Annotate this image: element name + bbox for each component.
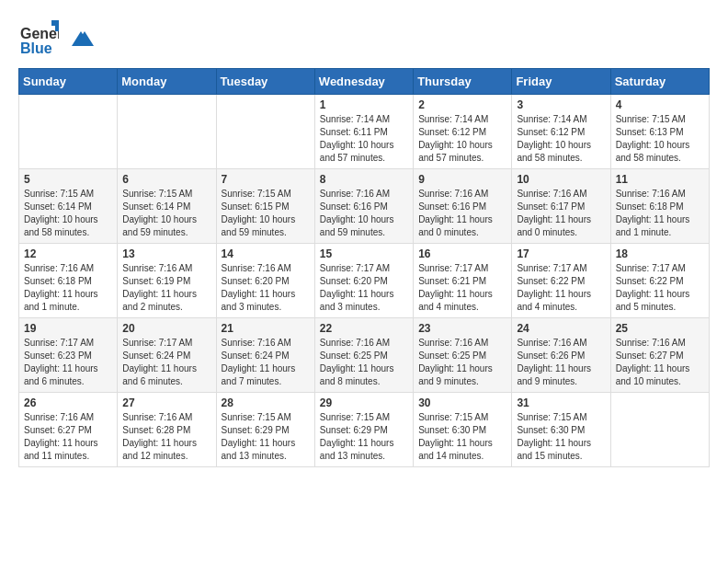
day-info: Sunrise: 7:17 AM Sunset: 6:22 PM Dayligh… [517, 262, 605, 314]
day-number: 30 [418, 396, 506, 409]
day-info: Sunrise: 7:15 AM Sunset: 6:29 PM Dayligh… [320, 411, 408, 463]
day-info: Sunrise: 7:16 AM Sunset: 6:17 PM Dayligh… [517, 188, 605, 239]
day-info: Sunrise: 7:16 AM Sunset: 6:16 PM Dayligh… [418, 188, 506, 239]
calendar-day-cell: 30Sunrise: 7:15 AM Sunset: 6:30 PM Dayli… [414, 393, 512, 467]
day-info: Sunrise: 7:16 AM Sunset: 6:18 PM Dayligh… [24, 262, 112, 314]
header-saturday: Saturday [610, 69, 709, 95]
day-number: 29 [320, 396, 408, 409]
day-info: Sunrise: 7:16 AM Sunset: 6:25 PM Dayligh… [320, 337, 408, 388]
day-info: Sunrise: 7:16 AM Sunset: 6:26 PM Dayligh… [517, 337, 605, 388]
svg-marker-2 [51, 20, 59, 26]
day-info: Sunrise: 7:17 AM Sunset: 6:24 PM Dayligh… [122, 337, 210, 388]
calendar-day-cell: 14Sunrise: 7:16 AM Sunset: 6:20 PM Dayli… [216, 244, 314, 318]
day-number: 1 [320, 98, 408, 111]
calendar-day-cell: 8Sunrise: 7:16 AM Sunset: 6:16 PM Daylig… [314, 169, 413, 244]
day-number: 22 [320, 322, 408, 335]
day-info: Sunrise: 7:16 AM Sunset: 6:27 PM Dayligh… [616, 337, 704, 388]
day-number: 17 [517, 247, 605, 260]
day-number: 23 [418, 322, 506, 335]
day-number: 16 [418, 247, 506, 260]
day-info: Sunrise: 7:15 AM Sunset: 6:30 PM Dayligh… [517, 411, 605, 463]
empty-cell [216, 95, 314, 169]
calendar-day-cell: 27Sunrise: 7:16 AM Sunset: 6:28 PM Dayli… [118, 393, 216, 467]
calendar-day-cell: 26Sunrise: 7:16 AM Sunset: 6:27 PM Dayli… [19, 393, 118, 467]
day-number: 11 [616, 173, 704, 186]
calendar-day-cell: 11Sunrise: 7:16 AM Sunset: 6:18 PM Dayli… [610, 169, 709, 244]
calendar-day-cell: 5Sunrise: 7:15 AM Sunset: 6:14 PM Daylig… [19, 169, 118, 244]
day-info: Sunrise: 7:16 AM Sunset: 6:27 PM Dayligh… [24, 411, 112, 463]
calendar-day-cell: 25Sunrise: 7:16 AM Sunset: 6:27 PM Dayli… [610, 318, 709, 393]
day-number: 18 [616, 247, 704, 260]
header-sunday: Sunday [19, 69, 118, 95]
calendar-week-row: 1Sunrise: 7:14 AM Sunset: 6:11 PM Daylig… [19, 95, 710, 169]
day-info: Sunrise: 7:16 AM Sunset: 6:19 PM Dayligh… [122, 262, 210, 314]
calendar-day-cell: 15Sunrise: 7:17 AM Sunset: 6:20 PM Dayli… [314, 244, 413, 318]
calendar-table: SundayMondayTuesdayWednesdayThursdayFrid… [18, 68, 710, 467]
day-info: Sunrise: 7:17 AM Sunset: 6:20 PM Dayligh… [320, 262, 408, 314]
day-number: 20 [122, 322, 210, 335]
header-thursday: Thursday [414, 69, 512, 95]
day-number: 10 [517, 173, 605, 186]
calendar-week-row: 12Sunrise: 7:16 AM Sunset: 6:18 PM Dayli… [19, 244, 710, 318]
calendar-day-cell: 13Sunrise: 7:16 AM Sunset: 6:19 PM Dayli… [118, 244, 216, 318]
header-tuesday: Tuesday [216, 69, 314, 95]
day-info: Sunrise: 7:15 AM Sunset: 6:29 PM Dayligh… [222, 411, 310, 463]
day-number: 28 [222, 396, 310, 409]
calendar-day-cell: 10Sunrise: 7:16 AM Sunset: 6:17 PM Dayli… [512, 169, 610, 244]
day-info: Sunrise: 7:16 AM Sunset: 6:25 PM Dayligh… [418, 337, 506, 388]
calendar-day-cell: 17Sunrise: 7:17 AM Sunset: 6:22 PM Dayli… [512, 244, 610, 318]
day-info: Sunrise: 7:15 AM Sunset: 6:14 PM Dayligh… [122, 188, 210, 239]
calendar-week-row: 5Sunrise: 7:15 AM Sunset: 6:14 PM Daylig… [19, 169, 710, 244]
calendar-day-cell: 28Sunrise: 7:15 AM Sunset: 6:29 PM Dayli… [216, 393, 314, 467]
calendar-day-cell: 16Sunrise: 7:17 AM Sunset: 6:21 PM Dayli… [414, 244, 512, 318]
calendar-day-cell: 7Sunrise: 7:15 AM Sunset: 6:15 PM Daylig… [216, 169, 314, 244]
day-info: Sunrise: 7:17 AM Sunset: 6:21 PM Dayligh… [418, 262, 506, 314]
day-number: 27 [122, 396, 210, 409]
day-info: Sunrise: 7:14 AM Sunset: 6:12 PM Dayligh… [517, 113, 605, 165]
day-info: Sunrise: 7:16 AM Sunset: 6:16 PM Dayligh… [320, 188, 408, 239]
day-number: 4 [616, 98, 704, 111]
day-number: 3 [517, 98, 605, 111]
calendar-day-cell: 24Sunrise: 7:16 AM Sunset: 6:26 PM Dayli… [512, 318, 610, 393]
svg-text:Blue: Blue [20, 40, 52, 56]
day-number: 2 [418, 98, 506, 111]
calendar-day-cell: 20Sunrise: 7:17 AM Sunset: 6:24 PM Dayli… [118, 318, 216, 393]
header-monday: Monday [118, 69, 216, 95]
day-info: Sunrise: 7:14 AM Sunset: 6:11 PM Dayligh… [320, 113, 408, 165]
day-number: 6 [122, 173, 210, 186]
day-info: Sunrise: 7:17 AM Sunset: 6:23 PM Dayligh… [24, 337, 112, 388]
header-wednesday: Wednesday [314, 69, 413, 95]
calendar-day-cell: 29Sunrise: 7:15 AM Sunset: 6:29 PM Dayli… [314, 393, 413, 467]
day-number: 13 [122, 247, 210, 260]
calendar-day-cell: 4Sunrise: 7:15 AM Sunset: 6:13 PM Daylig… [610, 95, 709, 169]
calendar-day-cell: 21Sunrise: 7:16 AM Sunset: 6:24 PM Dayli… [216, 318, 314, 393]
day-info: Sunrise: 7:16 AM Sunset: 6:24 PM Dayligh… [222, 337, 310, 388]
calendar-day-cell: 6Sunrise: 7:15 AM Sunset: 6:14 PM Daylig… [118, 169, 216, 244]
day-info: Sunrise: 7:15 AM Sunset: 6:30 PM Dayligh… [418, 411, 506, 463]
calendar-day-cell: 3Sunrise: 7:14 AM Sunset: 6:12 PM Daylig… [512, 95, 610, 169]
calendar-week-row: 19Sunrise: 7:17 AM Sunset: 6:23 PM Dayli… [19, 318, 710, 393]
calendar-day-cell: 22Sunrise: 7:16 AM Sunset: 6:25 PM Dayli… [314, 318, 413, 393]
day-info: Sunrise: 7:16 AM Sunset: 6:20 PM Dayligh… [222, 262, 310, 314]
logo-flag-icon [68, 29, 94, 48]
day-info: Sunrise: 7:15 AM Sunset: 6:14 PM Dayligh… [24, 188, 112, 239]
svg-text:General: General [20, 26, 59, 41]
day-info: Sunrise: 7:17 AM Sunset: 6:22 PM Dayligh… [616, 262, 704, 314]
svg-marker-3 [55, 26, 59, 31]
day-info: Sunrise: 7:16 AM Sunset: 6:28 PM Dayligh… [122, 411, 210, 463]
day-number: 9 [418, 173, 506, 186]
empty-cell [118, 95, 216, 169]
day-info: Sunrise: 7:16 AM Sunset: 6:18 PM Dayligh… [616, 188, 704, 239]
day-number: 24 [517, 322, 605, 335]
calendar-day-cell: 2Sunrise: 7:14 AM Sunset: 6:12 PM Daylig… [414, 95, 512, 169]
calendar-day-cell: 31Sunrise: 7:15 AM Sunset: 6:30 PM Dayli… [512, 393, 610, 467]
day-number: 25 [616, 322, 704, 335]
empty-cell [610, 393, 709, 467]
page-header: General Blue [18, 18, 710, 59]
calendar-day-cell: 23Sunrise: 7:16 AM Sunset: 6:25 PM Dayli… [414, 318, 512, 393]
day-info: Sunrise: 7:15 AM Sunset: 6:15 PM Dayligh… [222, 188, 310, 239]
day-number: 8 [320, 173, 408, 186]
day-info: Sunrise: 7:15 AM Sunset: 6:13 PM Dayligh… [616, 113, 704, 165]
day-number: 14 [222, 247, 310, 260]
day-number: 19 [24, 322, 112, 335]
